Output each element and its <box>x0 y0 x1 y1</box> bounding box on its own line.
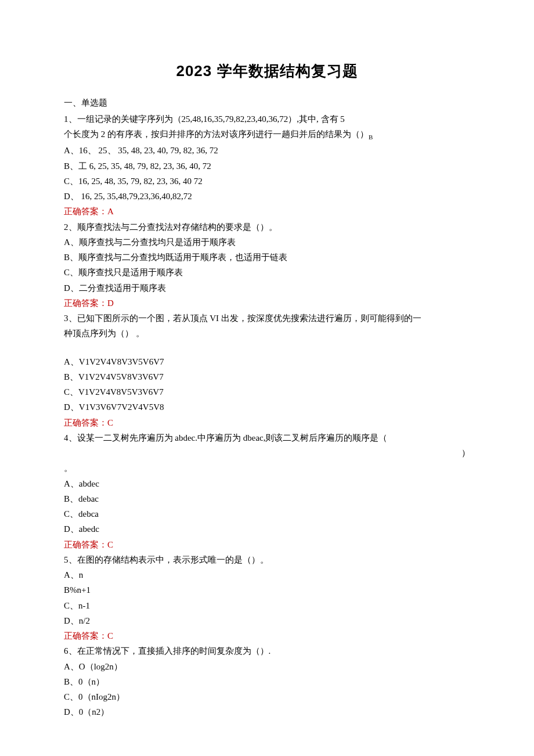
q4-option-a: A、abdec <box>64 476 470 491</box>
q1-stem-line1: 1、一组记录的关键字序列为（25,48,16,35,79,82,23,40,36… <box>64 111 470 127</box>
q3-option-d: D、V1V3V6V7V2V4V5V8 <box>64 399 470 415</box>
q6-option-b: B、0（n） <box>64 674 470 689</box>
q3-option-b: B、V1V2V4V5V8V3V6V7 <box>64 369 470 384</box>
q2-answer: 正确答案：D <box>64 296 470 311</box>
q5-option-d: D、n/2 <box>64 613 470 628</box>
q2-option-c: C、顺序查找只是适用于顺序表 <box>64 265 470 280</box>
q4-period: 。 <box>64 460 470 476</box>
q5-option-a: A、n <box>64 567 470 582</box>
q1-stem-line2: 个长度为 2 的有序表，按归并排序的方法对该序列进行一趟归并后的结果为（）B <box>64 127 470 143</box>
q6-option-a: A、O（log2n） <box>64 659 470 674</box>
q4-close-paren: ） <box>64 445 470 460</box>
section-heading: 一、单选题 <box>64 95 470 110</box>
q2-option-a: A、顺序查找与二分查找均只是适用于顺序表 <box>64 235 470 250</box>
q5-answer: 正确答案：C <box>64 628 470 643</box>
q2-option-d: D、二分查找适用于顺序表 <box>64 280 470 296</box>
q4-stem: 4、设某一二叉树先序遍历为 abdec.中序遍历为 dbeac,则该二叉树后序遍… <box>64 430 470 445</box>
q5-stem: 5、在图的存储结构表示中，表示形式唯一的是（）。 <box>64 552 470 567</box>
q1-option-c: C、16, 25, 48, 35, 79, 82, 23, 36, 40 72 <box>64 174 470 189</box>
q5-option-c: C、n-1 <box>64 598 470 613</box>
q4-option-b: B、debac <box>64 491 470 506</box>
q5-option-b: B%n+1 <box>64 582 470 597</box>
q1-option-a: A、16、 25、 35, 48, 23, 40, 79, 82, 36, 72 <box>64 143 470 158</box>
q1-stem-line2-text: 个长度为 2 的有序表，按归并排序的方法对该序列进行一趟归并后的结果为（） <box>64 129 369 139</box>
q2-option-b: B、顺序查找与二分查找均既适用于顺序表，也适用于链表 <box>64 250 470 265</box>
q6-option-d: D、0（n2） <box>64 704 470 719</box>
q1-option-b: B、工 6, 25, 35, 48, 79, 82, 23, 36, 40, 7… <box>64 159 470 174</box>
q1-option-d: D、 16, 25, 35,48,79,23,36,40,82,72 <box>64 189 470 204</box>
q6-option-c: C、0（nIog2n） <box>64 689 470 704</box>
q1-stem-sub: B <box>369 134 373 141</box>
q3-answer: 正确答案：C <box>64 415 470 430</box>
q4-answer: 正确答案：C <box>64 537 470 552</box>
q4-option-d: D、abedc <box>64 521 470 537</box>
q3-figure-placeholder <box>64 341 470 354</box>
q2-stem: 2、顺序查找法与二分查找法对存储结构的要求是（）。 <box>64 219 470 235</box>
q1-answer: 正确答案：A <box>64 204 470 219</box>
q3-option-a: A、V1V2V4V8V3V5V6V7 <box>64 354 470 369</box>
q6-stem: 6、在正常情况下，直接插入排序的时间复杂度为（）. <box>64 643 470 658</box>
page-title: 2023 学年数据结构复习题 <box>64 58 470 85</box>
q3-stem-line2: 种顶点序列为（） 。 <box>64 326 470 341</box>
q3-option-c: C、V1V2V4V8V5V3V6V7 <box>64 384 470 399</box>
q4-option-c: C、debca <box>64 506 470 521</box>
q3-stem-line1: 3、已知下图所示的一个图，若从顶点 VI 出发，按深度优先搜索法进行遍历，则可能… <box>64 311 470 326</box>
